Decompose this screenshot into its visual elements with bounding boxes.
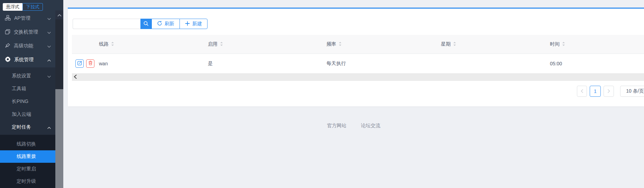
cell-time: 05:00 [550, 61, 644, 66]
chevron-down-icon [47, 29, 51, 35]
submenu-label: 加入云端 [12, 111, 31, 118]
pin-icon [5, 43, 10, 49]
chevron-down-icon [47, 73, 51, 79]
column-header-line[interactable]: 线路 [72, 41, 208, 47]
scrollbar-thumb[interactable] [55, 89, 63, 188]
sort-icon[interactable] [111, 41, 114, 47]
chevron-up-icon [47, 57, 51, 63]
chevron-down-icon [47, 43, 51, 49]
tasks-table: 线路 启用 频率 星期 [72, 35, 644, 81]
sidebar: 悬浮式 下拉式 AP管理 [0, 0, 63, 188]
sort-icon[interactable] [220, 41, 223, 47]
gear-icon [5, 56, 11, 63]
chevron-left-icon [581, 89, 583, 94]
sidebar-item-scheduled-upgrade[interactable]: 定时升级 [0, 175, 55, 188]
prev-page-button[interactable] [577, 86, 587, 97]
edit-button[interactable] [75, 59, 84, 68]
sort-icon[interactable] [562, 41, 565, 47]
column-header-time[interactable]: 时间 [550, 41, 644, 47]
sidebar-item-long-ping[interactable]: 长PING [0, 95, 55, 108]
submenu-label: 定时重启 [17, 166, 36, 172]
search-icon [143, 21, 149, 27]
scrollbar-up-button[interactable] [55, 10, 63, 19]
sidebar-item-line-redial[interactable]: 线路重拨 [0, 150, 55, 163]
search-input[interactable] [73, 19, 140, 29]
column-label: 频率 [326, 41, 336, 47]
chevron-up-icon [57, 12, 62, 18]
sidebar-item-system-management[interactable]: 系统管理 [0, 53, 55, 67]
layout-toggle-group: 悬浮式 下拉式 [3, 3, 43, 11]
sidebar-item-line-switch[interactable]: 线路切换 [0, 138, 55, 150]
toggle-dropdown[interactable]: 下拉式 [22, 3, 43, 11]
next-page-button[interactable] [604, 86, 614, 97]
column-label: 星期 [441, 41, 451, 47]
create-label: 新建 [192, 21, 202, 27]
trash-icon [88, 60, 93, 67]
menu-label: AP管理 [14, 15, 30, 21]
edit-icon [77, 60, 82, 67]
toggle-floating[interactable]: 悬浮式 [3, 3, 22, 11]
search-button[interactable] [140, 19, 151, 29]
app-window: 悬浮式 下拉式 AP管理 [0, 0, 644, 188]
page-number-button[interactable]: 1 [590, 86, 601, 97]
plus-icon [185, 21, 190, 27]
content-card: 刷新 新建 线路 启用 [68, 8, 644, 106]
sidebar-item-ap-management[interactable]: AP管理 [0, 11, 55, 25]
submenu-label: 线路切换 [17, 141, 36, 147]
table-header: 线路 启用 频率 星期 [72, 35, 644, 54]
sidebar-item-advanced-features[interactable]: 高级功能 [0, 39, 55, 53]
column-label: 时间 [550, 41, 560, 47]
sort-icon[interactable] [453, 41, 456, 47]
column-label: 启用 [208, 41, 218, 47]
sidebar-scrollbar[interactable] [55, 10, 63, 188]
chevron-left-icon [74, 74, 77, 80]
menu-label: 交换机管理 [14, 29, 38, 35]
sitemap-icon [5, 15, 11, 22]
switch-icon [5, 29, 10, 36]
refresh-icon [157, 21, 162, 27]
chevron-down-icon [47, 16, 51, 21]
column-header-enabled[interactable]: 启用 [208, 41, 326, 47]
submenu-label: 长PING [12, 98, 28, 105]
cell-frequency: 每天执行 [326, 60, 441, 67]
refresh-label: 刷新 [165, 21, 174, 27]
page-size-select[interactable]: 10 条/页 [620, 86, 644, 97]
sidebar-item-toolbox[interactable]: 工具箱 [0, 82, 55, 95]
cell-enabled: 是 [208, 60, 326, 67]
line-name: wan [99, 61, 108, 66]
delete-button[interactable] [86, 59, 94, 68]
menu-label: 高级功能 [14, 43, 33, 49]
create-button[interactable]: 新建 [180, 19, 208, 29]
column-label: 线路 [99, 41, 109, 47]
forum-link[interactable]: 论坛交流 [361, 123, 380, 128]
submenu-label: 线路重拨 [17, 153, 36, 160]
page-footer: 官方网站 论坛交流 [63, 123, 644, 129]
sidebar-item-scheduled-tasks[interactable]: 定时任务 [0, 121, 55, 133]
refresh-button[interactable]: 刷新 [151, 19, 180, 29]
horizontal-scrollbar[interactable] [72, 73, 644, 81]
column-header-frequency[interactable]: 频率 [326, 41, 441, 47]
sidebar-submenu-scheduled-tasks: 线路切换 线路重拨 定时重启 定时升级 [0, 135, 55, 188]
chevron-up-icon [47, 124, 51, 130]
sidebar-menu: AP管理 交换机管理 [0, 11, 55, 67]
sidebar-item-system-settings[interactable]: 系统设置 [0, 69, 55, 82]
chevron-right-icon [608, 89, 610, 94]
sidebar-item-join-cloud[interactable]: 加入云端 [0, 108, 55, 121]
sidebar-submenu-system: 系统设置 工具箱 长PING 加入云端 定时任务 [0, 67, 55, 135]
column-header-week[interactable]: 星期 [441, 41, 550, 47]
sidebar-item-switch-management[interactable]: 交换机管理 [0, 25, 55, 39]
submenu-label: 工具箱 [12, 86, 26, 92]
sidebar-item-scheduled-restart[interactable]: 定时重启 [0, 163, 55, 175]
submenu-label: 系统设置 [12, 73, 31, 79]
sort-icon[interactable] [339, 41, 342, 47]
submenu-label: 定时升级 [17, 178, 36, 185]
table-row: wan 是 每天执行 05:00 [72, 54, 644, 73]
toolbar: 刷新 新建 [73, 19, 208, 29]
official-site-link[interactable]: 官方网站 [327, 123, 347, 128]
submenu-label: 定时任务 [12, 124, 31, 130]
pagination: 1 10 条/页 [577, 86, 644, 97]
cell-line: wan [72, 59, 208, 68]
menu-label: 系统管理 [14, 57, 34, 63]
